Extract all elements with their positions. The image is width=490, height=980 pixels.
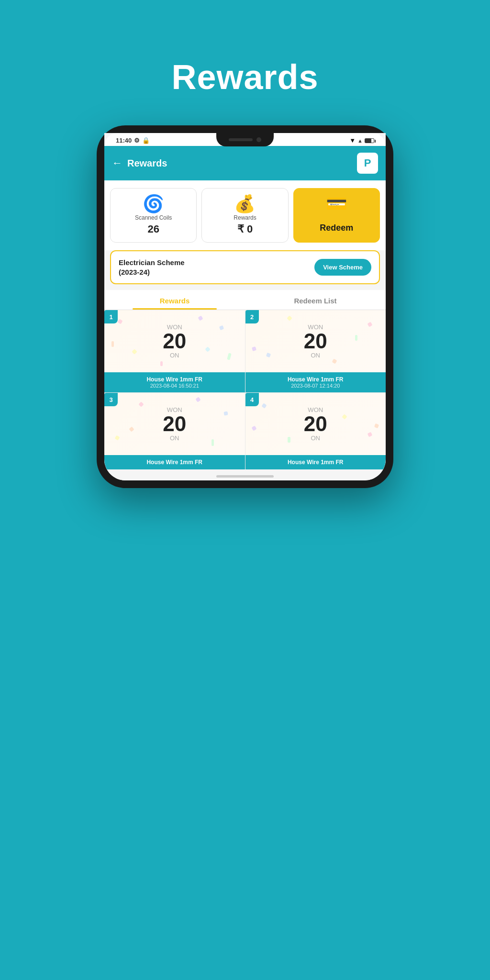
product-2: House Wire 1mm FR (250, 376, 381, 383)
reward-info-2: House Wire 1mm FR 2023-08-07 12:14:20 (245, 372, 386, 392)
status-icons: ▼ ▲ (349, 137, 374, 144)
signal-icon: ▲ (357, 138, 363, 144)
page-title: Rewards (171, 57, 318, 97)
wifi-icon: ▼ (349, 137, 356, 144)
back-button[interactable]: ← (112, 157, 122, 169)
reward-item-3: 3 WON 20 ON House Wire 1mm FR (104, 393, 245, 469)
phone-frame: 11:40 ⚙ 🔒 ▼ ▲ ← Rewards P (97, 125, 393, 488)
time-display: 11:40 (116, 137, 132, 144)
header-left: ← Rewards (112, 157, 167, 169)
battery-icon (365, 138, 374, 143)
scheme-title: Electrician Scheme (2023-24) (119, 258, 205, 277)
product-1: House Wire 1mm FR (109, 376, 240, 383)
reward-item-1: 1 WON 20 ON (104, 310, 245, 392)
sim-icon: 🔒 (142, 137, 150, 144)
tab-redeem-list[interactable]: Redeem List (245, 290, 386, 310)
amount-2: 20 (304, 331, 327, 352)
view-scheme-button[interactable]: View Scheme (314, 259, 371, 276)
phone-camera (256, 137, 261, 142)
reward-badge-2: 2 (245, 310, 259, 323)
phone-speaker (229, 138, 253, 141)
header-title: Rewards (127, 158, 167, 169)
on-label-3: ON (170, 434, 179, 442)
rewards-label: Rewards (234, 214, 256, 221)
app-logo: P (357, 153, 378, 174)
reward-badge-1: 1 (104, 310, 118, 323)
amount-3: 20 (163, 413, 186, 434)
amount-1: 20 (163, 331, 186, 352)
product-3: House Wire 1mm FR (109, 459, 240, 466)
coil-icon: 🌀 (143, 195, 164, 212)
rewards-grid: 1 WON 20 ON (104, 310, 386, 469)
reward-visual-1: WON 20 ON (104, 310, 245, 372)
reward-info-1: House Wire 1mm FR 2023-08-04 16:50:21 (104, 372, 245, 392)
rewards-card: 💰 Rewards ₹ 0 (201, 188, 288, 243)
phone-notch (216, 133, 274, 146)
stats-row: 🌀 Scanned Coils 26 💰 Rewards ₹ 0 💳 Redee… (104, 180, 386, 250)
reward-item-2: 2 WON 20 ON House Wire 1mm FR (245, 310, 386, 392)
scanned-coils-card: 🌀 Scanned Coils 26 (110, 188, 197, 243)
product-4: House Wire 1mm FR (250, 459, 381, 466)
reward-visual-2: WON 20 ON (245, 310, 386, 372)
reward-badge-3: 3 (104, 393, 118, 406)
home-indicator (104, 469, 386, 480)
redeem-label: Redeem (320, 223, 353, 233)
app-header: ← Rewards P (104, 146, 386, 180)
redeem-icon: 💳 (326, 195, 347, 212)
amount-4: 20 (304, 413, 327, 434)
phone-screen: 11:40 ⚙ 🔒 ▼ ▲ ← Rewards P (104, 133, 386, 480)
rewards-icon: 💰 (234, 195, 256, 212)
reward-info-4: House Wire 1mm FR (245, 455, 386, 469)
scheme-banner: Electrician Scheme (2023-24) View Scheme (110, 250, 380, 284)
tabs-row: Rewards Redeem List (104, 290, 386, 310)
scanned-coils-value: 26 (147, 223, 159, 235)
scanned-coils-label: Scanned Coils (135, 214, 172, 221)
rewards-value: ₹ 0 (237, 223, 253, 235)
reward-info-3: House Wire 1mm FR (104, 455, 245, 469)
date-2: 2023-08-07 12:14:20 (250, 383, 381, 389)
on-label-4: ON (311, 434, 321, 442)
status-time: 11:40 ⚙ 🔒 (116, 137, 150, 144)
reward-badge-4: 4 (245, 393, 259, 406)
on-label-2: ON (311, 352, 321, 359)
reward-visual-4: WON 20 ON (245, 393, 386, 455)
date-1: 2023-08-04 16:50:21 (109, 383, 240, 389)
reward-visual-3: WON 20 ON (104, 393, 245, 455)
on-label-1: ON (170, 352, 179, 359)
tab-rewards[interactable]: Rewards (104, 290, 245, 310)
settings-icon: ⚙ (134, 137, 140, 144)
home-bar (216, 475, 274, 478)
redeem-card[interactable]: 💳 Redeem (293, 188, 380, 243)
reward-item-4: 4 WON 20 ON House Wire 1mm FR (245, 393, 386, 469)
